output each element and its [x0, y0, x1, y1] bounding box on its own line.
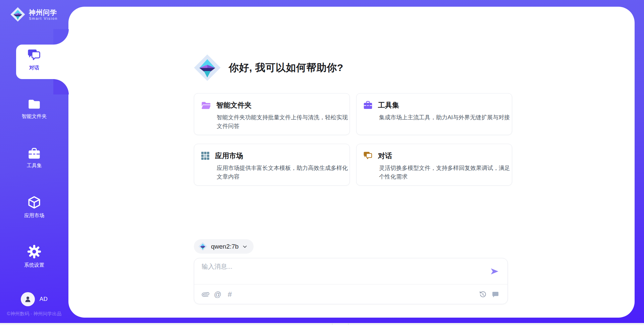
diamond-logo-icon — [10, 7, 25, 22]
feature-card-toolset[interactable]: 工具集 集成市场上主流工具，助力AI与外界无缝扩展与对接 — [356, 93, 512, 135]
user-name: AD — [40, 296, 48, 303]
scrollbar-separator — [332, 323, 332, 325]
sidebar-item-chat[interactable]: 对话 — [0, 49, 68, 71]
gear-icon — [27, 244, 42, 259]
sidebar-item-label: 系统设置 — [24, 262, 44, 268]
feedback-icon[interactable] — [491, 290, 500, 299]
sidebar: 神州问学 Smart Vision 对话 智能文件夹 — [0, 0, 68, 325]
card-title: 应用市场 — [215, 151, 243, 160]
card-description: 集成市场上主流工具，助力AI与外界无缝扩展与对接 — [379, 113, 511, 122]
sidebar-item-toolset[interactable]: 工具集 — [0, 148, 68, 169]
composer-input-area — [194, 258, 507, 284]
avatar — [21, 292, 35, 306]
horizontal-scrollbar[interactable] — [0, 323, 644, 325]
cube-icon — [27, 195, 41, 209]
mention-icon[interactable]: @ — [213, 290, 222, 299]
chevron-down-icon — [242, 244, 248, 249]
brand-logo: 神州问学 Smart Vision — [10, 7, 58, 22]
user-profile[interactable]: AD — [0, 292, 68, 306]
chat-icon — [27, 49, 41, 62]
brand-name: 神州问学 — [29, 9, 58, 16]
card-description: 灵活切换多模型文件，支持多样回复效果调试，满足个性化需求 — [379, 164, 511, 182]
card-description: 应用市场提供丰富长文本模板，助力高效生成多样化文章内容 — [217, 164, 348, 182]
scrollbar-separator — [348, 323, 348, 325]
sidebar-item-label: 应用市场 — [24, 212, 44, 219]
person-icon — [23, 295, 32, 304]
chat-icon — [363, 151, 373, 160]
copyright-text: ©神州数码 · 神州问学出品 — [0, 311, 68, 317]
card-title: 智能文件夹 — [216, 101, 252, 110]
sidebar-item-label: 工具集 — [27, 162, 42, 169]
composer: @ # — [194, 258, 508, 304]
composer-toolbar: @ # — [194, 284, 507, 304]
notch-curve-top — [53, 29, 69, 45]
message-input[interactable] — [202, 262, 473, 280]
send-button[interactable] — [489, 266, 499, 276]
app-root: 神州问学 Smart Vision 对话 智能文件夹 — [0, 0, 644, 325]
grid-icon — [201, 151, 210, 160]
sidebar-item-app-market[interactable]: 应用市场 — [0, 195, 68, 219]
briefcase-icon — [363, 101, 373, 110]
feature-card-smart-folder[interactable]: 智能文件夹 智能文件夹功能支持批量文件上传与清洗，轻松实现文件问答 — [194, 93, 350, 135]
main-panel: 你好, 我可以如何帮助你? 智能文件夹 智能文件夹功能支持批量文件上传与清洗，轻… — [68, 7, 635, 318]
feature-card-chat[interactable]: 对话 灵活切换多模型文件，支持多样回复效果调试，满足个性化需求 — [356, 144, 512, 186]
diamond-logo-icon — [198, 242, 207, 251]
sidebar-item-label: 对话 — [29, 65, 39, 71]
brand-subtitle: Smart Vision — [29, 16, 58, 20]
briefcase-icon — [28, 148, 41, 159]
sidebar-item-smart-folder[interactable]: 智能文件夹 — [0, 98, 68, 120]
model-name: qwen2:7b — [211, 243, 238, 250]
card-title: 对话 — [378, 151, 392, 160]
diamond-logo-icon — [193, 54, 221, 82]
folder-icon — [28, 98, 41, 110]
card-description: 智能文件夹功能支持批量文件上传与清洗，轻松实现文件问答 — [217, 113, 348, 131]
sidebar-item-settings[interactable]: 系统设置 — [0, 244, 68, 268]
sidebar-item-label: 智能文件夹 — [22, 113, 47, 120]
folder-open-icon — [201, 101, 211, 110]
notch-curve-bottom — [53, 79, 69, 94]
feature-card-app-market[interactable]: 应用市场 应用市场提供丰富长文本模板，助力高效生成多样化文章内容 — [194, 144, 350, 186]
paperclip-icon[interactable] — [201, 290, 210, 299]
greeting: 你好, 我可以如何帮助你? — [193, 54, 343, 82]
page-title: 你好, 我可以如何帮助你? — [229, 61, 343, 75]
history-icon[interactable] — [478, 290, 487, 299]
hash-icon[interactable]: # — [225, 290, 234, 299]
card-title: 工具集 — [378, 101, 399, 110]
send-icon — [490, 267, 499, 276]
model-selector[interactable]: qwen2:7b — [194, 239, 254, 254]
